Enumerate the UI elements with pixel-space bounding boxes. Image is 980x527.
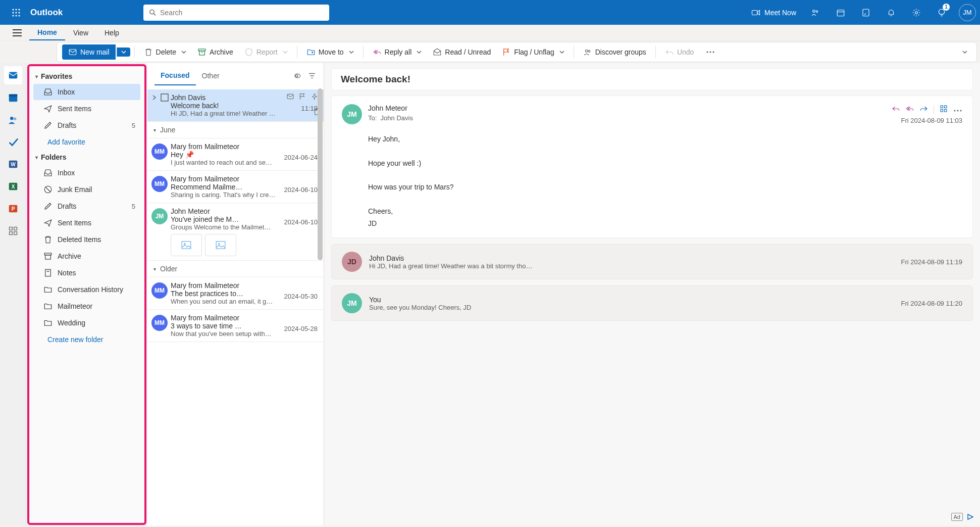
folder-inbox-favorite[interactable]: Inbox	[33, 84, 140, 100]
report-button[interactable]: Report	[239, 45, 293, 59]
attachment-thumb[interactable]	[171, 234, 202, 256]
chevron-down-icon: ▾	[35, 74, 38, 79]
folder-drafts-favorite[interactable]: Drafts 5	[33, 117, 140, 133]
tab-home[interactable]: Home	[29, 25, 65, 40]
search-box[interactable]	[143, 5, 329, 21]
tips-icon[interactable]: 1	[931, 2, 953, 24]
pivot-other[interactable]: Other	[196, 68, 226, 85]
brand-label: Outlook	[30, 8, 63, 18]
chevron-right-icon[interactable]	[151, 94, 158, 101]
create-folder-link[interactable]: Create new folder	[31, 331, 142, 348]
group-header-older[interactable]: ▾Older	[147, 261, 324, 277]
more-icon[interactable]	[953, 106, 962, 114]
discover-groups-button[interactable]: Discover groups	[578, 45, 651, 59]
folders-header[interactable]: ▾Folders	[31, 150, 142, 164]
flag-button[interactable]: Flag / Unflag	[497, 45, 569, 59]
undo-button[interactable]: Undo	[660, 45, 699, 59]
ribbon-expand-button[interactable]	[957, 49, 972, 56]
search-input[interactable]	[160, 9, 324, 17]
tab-view[interactable]: View	[65, 26, 96, 40]
rail-mail[interactable]	[4, 66, 22, 84]
rail-word[interactable]: W	[4, 155, 22, 173]
svg-text:X: X	[11, 184, 15, 189]
folder-label: Mailmeteor	[58, 302, 92, 310]
app-launcher[interactable]	[4, 1, 28, 25]
folder-inbox[interactable]: Inbox	[33, 165, 140, 181]
message-card-collapsed[interactable]: JM You Sure, see you Monday! Cheers, JD …	[331, 285, 973, 321]
favorites-header[interactable]: ▾Favorites	[31, 69, 142, 83]
message-date: 2024-06-10	[284, 218, 318, 226]
message-item[interactable]: John Davis Welcome back! Hi JD, Had a gr…	[147, 89, 324, 122]
message-item[interactable]: JM John Meteor You've joined the M… Grou…	[147, 203, 324, 261]
message-card-collapsed[interactable]: JD John Davis Hi JD, Had a great time! W…	[331, 244, 973, 279]
settings-icon[interactable]	[905, 2, 927, 24]
message-item[interactable]: MM Mary from Mailmeteor Hey 📌 I just wan…	[147, 138, 324, 171]
mail-icon[interactable]	[286, 92, 294, 102]
reading-subject: Welcome back!	[331, 68, 973, 90]
move-to-button[interactable]: Move to	[301, 45, 359, 59]
folder-archive[interactable]: Archive	[33, 248, 140, 264]
reply-all-button[interactable]: Reply all	[368, 45, 427, 59]
bell-icon[interactable]	[880, 2, 902, 24]
pivot-focused[interactable]: Focused	[154, 67, 196, 85]
chevron-down-icon	[181, 51, 186, 54]
image-icon	[181, 241, 191, 249]
ad-label[interactable]: Ad	[951, 513, 963, 521]
forward-icon[interactable]	[919, 104, 929, 115]
delete-button[interactable]: Delete	[139, 45, 191, 59]
message-from: Mary from Mailmeteor	[171, 281, 320, 290]
note-icon[interactable]	[855, 2, 877, 24]
archive-button[interactable]: Archive	[192, 45, 238, 59]
mail-open-icon	[433, 47, 442, 57]
flag-icon[interactable]	[298, 92, 306, 102]
account-avatar[interactable]: JM	[959, 4, 976, 21]
folder-junk[interactable]: Junk Email	[33, 181, 140, 198]
folder-sent[interactable]: Sent Items	[33, 215, 140, 231]
avatar: JM	[151, 208, 168, 224]
teams-icon[interactable]	[804, 2, 827, 24]
new-mail-button[interactable]: New mail	[62, 44, 116, 60]
folder-sent-favorite[interactable]: Sent Items	[33, 101, 140, 117]
meet-now-button[interactable]: Meet Now	[746, 8, 801, 17]
archive-label: Archive	[210, 48, 233, 56]
rail-powerpoint[interactable]: P	[4, 200, 22, 218]
folder-drafts[interactable]: Drafts5	[33, 198, 140, 214]
attachment-thumb[interactable]	[205, 234, 236, 256]
more-ribbon-button[interactable]	[701, 49, 720, 56]
folder-label: Inbox	[58, 169, 75, 177]
read-unread-button[interactable]: Read / Unread	[428, 45, 496, 59]
folder-conversation-history[interactable]: Conversation History	[33, 281, 140, 298]
message-item[interactable]: MM Mary from Mailmeteor The best practic…	[147, 277, 324, 310]
apps-icon[interactable]	[939, 104, 948, 115]
hamburger-menu[interactable]	[5, 29, 29, 36]
new-mail-dropdown[interactable]	[117, 47, 130, 57]
checkbox-icon[interactable]	[161, 93, 169, 102]
rail-todo[interactable]	[4, 133, 22, 151]
scrollbar[interactable]	[317, 88, 324, 392]
folders-label: Folders	[41, 153, 67, 161]
message-date: Fri 2024-08-09 11:19	[901, 258, 962, 266]
tab-help[interactable]: Help	[96, 26, 127, 40]
rail-people[interactable]	[4, 111, 22, 129]
reply-all-icon[interactable]	[905, 104, 914, 115]
folder-notes[interactable]: Notes	[33, 265, 140, 281]
folder-mailmeteor[interactable]: Mailmeteor	[33, 298, 140, 314]
rail-more-apps[interactable]	[4, 222, 22, 240]
add-favorite-link[interactable]: Add favorite	[31, 134, 142, 150]
select-all-toggle[interactable]	[293, 71, 302, 82]
filter-button[interactable]	[307, 71, 317, 82]
reply-icon[interactable]	[891, 104, 900, 115]
message-item[interactable]: MM Mary from Mailmeteor 3 ways to save t…	[147, 310, 324, 342]
chevron-down-icon	[121, 51, 126, 54]
avatar: MM	[151, 315, 168, 331]
group-header-june[interactable]: ▾June	[147, 122, 324, 138]
folder-wedding[interactable]: Wedding	[33, 315, 140, 331]
message-item[interactable]: MM Mary from Mailmeteor Recommend Mailme…	[147, 171, 324, 203]
scroll-thumb[interactable]	[318, 88, 323, 260]
inbox-icon	[43, 168, 53, 177]
folder-deleted[interactable]: Deleted Items	[33, 231, 140, 248]
rail-excel[interactable]: X	[4, 177, 22, 196]
calendar-icon[interactable]	[830, 2, 852, 24]
rail-calendar[interactable]	[4, 88, 22, 107]
adchoices-icon[interactable]	[967, 513, 974, 520]
